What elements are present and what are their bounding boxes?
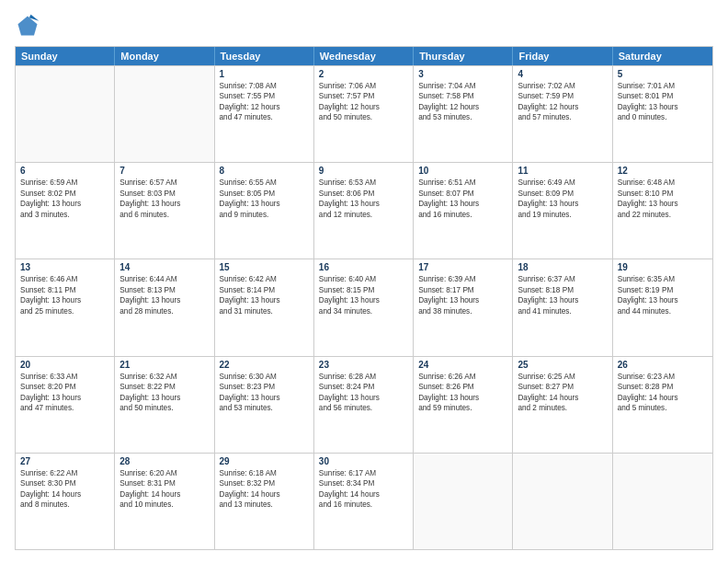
day-number: 1 [220,69,309,79]
calendar-cell: 24Sunrise: 6:26 AMSunset: 8:26 PMDayligh… [414,357,513,453]
cell-line: Daylight: 13 hours [119,295,209,305]
cell-line: Daylight: 14 hours [20,489,109,500]
cell-line: Sunset: 8:30 PM [20,478,109,488]
cell-line: Sunset: 8:15 PM [319,285,408,295]
cell-line: Sunrise: 6:17 AM [319,468,408,478]
calendar-cell: 3Sunrise: 7:04 AMSunset: 7:58 PMDaylight… [414,66,513,162]
cell-line: Sunset: 8:31 PM [119,478,209,488]
cell-line: Daylight: 13 hours [20,393,109,403]
day-number: 14 [119,262,209,272]
cell-line: Daylight: 13 hours [319,295,408,305]
cell-line: Sunrise: 6:30 AM [220,372,309,382]
cell-line: and 8 minutes. [20,500,109,510]
cell-line: Sunrise: 6:46 AM [20,274,109,284]
cell-line: Daylight: 13 hours [418,295,507,305]
calendar-cell: 9Sunrise: 6:53 AMSunset: 8:06 PMDaylight… [314,163,414,259]
calendar-cell: 16Sunrise: 6:40 AMSunset: 8:15 PMDayligh… [314,259,414,355]
cell-line: and 16 minutes. [319,500,408,510]
cell-line: Sunset: 8:23 PM [220,382,309,392]
calendar-row-0: 1Sunrise: 7:08 AMSunset: 7:55 PMDaylight… [16,65,712,162]
cell-line: Sunrise: 6:20 AM [119,468,209,478]
calendar-cell: 25Sunrise: 6:25 AMSunset: 8:27 PMDayligh… [513,357,612,453]
day-number: 29 [220,456,309,466]
day-number: 8 [220,166,309,176]
day-number: 26 [618,360,708,370]
day-number: 17 [418,262,507,272]
cell-line: Sunrise: 6:22 AM [20,468,109,478]
calendar-cell: 7Sunrise: 6:57 AMSunset: 8:03 PMDaylight… [115,163,214,259]
cell-line: and 2 minutes. [518,403,607,413]
cell-line: Daylight: 13 hours [618,199,708,209]
header-day-saturday: Saturday [613,47,712,65]
cell-line: Daylight: 13 hours [418,393,507,403]
cell-line: Sunrise: 6:32 AM [119,372,209,382]
cell-line: Daylight: 13 hours [518,295,607,305]
day-number: 9 [319,166,408,176]
cell-line: Sunset: 8:01 PM [618,91,708,101]
calendar-row-1: 6Sunrise: 6:59 AMSunset: 8:02 PMDaylight… [16,162,712,259]
cell-line: and 6 minutes. [119,210,209,220]
cell-line: Daylight: 13 hours [618,102,708,112]
cell-line: Daylight: 13 hours [220,199,309,209]
cell-line: Daylight: 12 hours [518,102,607,112]
day-number: 28 [119,456,209,466]
calendar-cell: 22Sunrise: 6:30 AMSunset: 8:23 PMDayligh… [215,357,314,453]
day-number: 11 [518,166,607,176]
cell-line: and 59 minutes. [418,403,507,413]
cell-line: and 44 minutes. [618,306,708,316]
calendar-row-3: 20Sunrise: 6:33 AMSunset: 8:20 PMDayligh… [16,356,712,453]
cell-line: Sunset: 8:18 PM [518,285,607,295]
cell-line: Sunset: 8:17 PM [418,285,507,295]
cell-line: Sunset: 7:58 PM [418,91,507,101]
header-day-thursday: Thursday [414,47,513,65]
calendar-cell [414,454,513,549]
calendar-cell: 1Sunrise: 7:08 AMSunset: 7:55 PMDaylight… [215,66,314,162]
cell-line: Sunset: 8:02 PM [20,189,109,199]
calendar-cell: 15Sunrise: 6:42 AMSunset: 8:14 PMDayligh… [215,259,314,355]
cell-line: Sunset: 8:14 PM [220,285,309,295]
cell-line: Daylight: 13 hours [518,199,607,209]
cell-line: Sunrise: 6:51 AM [418,178,507,188]
cell-line: and 25 minutes. [20,306,109,316]
calendar-cell: 14Sunrise: 6:44 AMSunset: 8:13 PMDayligh… [115,259,214,355]
logo-icon [15,13,40,39]
calendar-cell: 18Sunrise: 6:37 AMSunset: 8:18 PMDayligh… [513,259,612,355]
day-number: 21 [119,360,209,370]
calendar-cell: 11Sunrise: 6:49 AMSunset: 8:09 PMDayligh… [513,163,612,259]
day-number: 23 [319,360,408,370]
cell-line: Daylight: 13 hours [119,199,209,209]
cell-line: Sunrise: 6:37 AM [518,274,607,284]
calendar-cell [513,454,612,549]
cell-line: and 50 minutes. [319,112,408,122]
cell-line: and 10 minutes. [119,500,209,510]
cell-line: and 57 minutes. [518,112,607,122]
cell-line: Daylight: 14 hours [319,489,408,500]
cell-line: Sunrise: 6:28 AM [319,372,408,382]
cell-line: Sunrise: 6:26 AM [418,372,507,382]
cell-line: Sunrise: 7:02 AM [518,81,607,91]
day-number: 22 [220,360,309,370]
day-number: 3 [418,69,507,79]
calendar-body: 1Sunrise: 7:08 AMSunset: 7:55 PMDaylight… [16,65,712,549]
cell-line: and 28 minutes. [119,306,209,316]
day-number: 5 [618,69,708,79]
cell-line: and 53 minutes. [418,112,507,122]
calendar-cell: 21Sunrise: 6:32 AMSunset: 8:22 PMDayligh… [115,357,214,453]
calendar-cell [613,454,712,549]
cell-line: Sunrise: 7:01 AM [618,81,708,91]
day-number: 16 [319,262,408,272]
day-number: 30 [319,456,408,466]
logo [15,13,44,39]
calendar-row-4: 27Sunrise: 6:22 AMSunset: 8:30 PMDayligh… [16,453,712,549]
day-number: 4 [518,69,607,79]
cell-line: and 56 minutes. [319,403,408,413]
cell-line: Daylight: 13 hours [20,199,109,209]
day-number: 19 [618,262,708,272]
day-number: 10 [418,166,507,176]
cell-line: Daylight: 12 hours [220,102,309,112]
calendar-cell: 8Sunrise: 6:55 AMSunset: 8:05 PMDaylight… [215,163,314,259]
cell-line: Daylight: 14 hours [220,489,309,500]
day-number: 13 [20,262,109,272]
cell-line: Daylight: 12 hours [418,102,507,112]
cell-line: Sunrise: 6:53 AM [319,178,408,188]
